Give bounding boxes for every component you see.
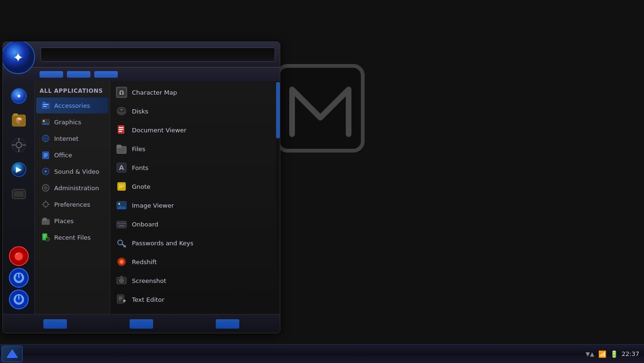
svg-rect-75	[117, 221, 126, 228]
onboard-icon	[116, 218, 127, 230]
top-tab-2[interactable]	[67, 71, 90, 78]
app-text-editor[interactable]: Text Editor	[110, 290, 280, 309]
sidebar-power-button-2[interactable]	[9, 290, 29, 309]
app-redshift[interactable]: Redshift	[110, 252, 280, 271]
category-accessories[interactable]: Accessories	[36, 97, 108, 113]
svg-point-27	[43, 120, 45, 122]
menu-sidebar: ✦ 📦	[3, 81, 35, 314]
svg-text:✦: ✦	[13, 50, 24, 65]
menu-logo-button[interactable]: ✦	[2, 41, 36, 75]
document-viewer-label: Document Viewer	[132, 127, 187, 134]
sidebar-icon-5[interactable]	[8, 183, 30, 205]
menu-header: ✦	[3, 42, 280, 68]
sidebar-icon-4[interactable]: ▶	[8, 158, 30, 181]
all-applications-label: All Applications	[35, 85, 110, 97]
passwords-and-keys-label: Passwords and Keys	[132, 240, 194, 247]
administration-icon	[41, 183, 50, 193]
svg-text:✦: ✦	[16, 92, 22, 100]
screenshot-icon	[116, 275, 127, 286]
app-gnote[interactable]: Gnote	[110, 177, 280, 196]
footer-tab-3[interactable]	[216, 319, 239, 329]
passwords-and-keys-icon	[116, 237, 127, 249]
sidebar-bottom: 🔴	[9, 246, 29, 314]
svg-text:📦: 📦	[15, 117, 23, 125]
internet-icon	[41, 134, 50, 143]
sidebar-power-button-1[interactable]	[9, 268, 29, 288]
fonts-label: Fonts	[132, 164, 148, 171]
svg-rect-24	[43, 104, 49, 105]
svg-text:Ω: Ω	[119, 89, 124, 96]
app-image-viewer[interactable]: Image Viewer	[110, 196, 280, 215]
svg-marker-97	[7, 349, 17, 357]
svg-rect-50	[43, 234, 46, 235]
taskbar-clock: 22:37	[622, 350, 639, 357]
text-editor-icon	[116, 294, 127, 305]
battery-icon: 🔋	[610, 350, 618, 358]
category-places[interactable]: Places	[36, 213, 108, 229]
category-sound-video[interactable]: Sound & Video	[36, 163, 108, 179]
category-preferences[interactable]: Preferences	[36, 196, 108, 212]
app-disks[interactable]: Disks	[110, 102, 280, 121]
recent-files-label: Recent Files	[54, 234, 91, 241]
text-editor-label: Text Editor	[132, 296, 164, 303]
svg-rect-78	[123, 223, 125, 224]
app-fonts[interactable]: A Fonts	[110, 158, 280, 177]
sidebar-lock-button[interactable]: 🔴	[9, 246, 29, 266]
footer-tab-2[interactable]	[130, 319, 153, 329]
app-onboard[interactable]: Onboard	[110, 215, 280, 234]
top-tab-3[interactable]	[94, 71, 118, 78]
app-document-viewer[interactable]: Document Viewer	[110, 121, 280, 139]
sidebar-icon-1[interactable]: ✦	[8, 85, 30, 107]
sidebar-icon-2[interactable]: 📦	[8, 109, 30, 132]
apps-list: Ω Character Map	[110, 81, 280, 311]
svg-point-86	[121, 261, 122, 263]
taskbar-right: ▼▲ 📶 🔋 22:37	[586, 350, 639, 358]
sound-video-label: Sound & Video	[54, 168, 99, 175]
svg-rect-6	[13, 113, 18, 116]
svg-rect-61	[119, 127, 123, 128]
scrollbar-track	[276, 81, 280, 314]
svg-rect-65	[117, 145, 121, 147]
redshift-icon	[116, 256, 127, 267]
svg-rect-79	[119, 225, 124, 226]
svg-rect-23	[43, 102, 45, 104]
accessories-icon	[41, 101, 50, 110]
svg-point-39	[45, 171, 46, 172]
sidebar-icon-3[interactable]	[8, 134, 30, 156]
svg-point-42	[43, 202, 48, 207]
gnote-label: Gnote	[132, 183, 150, 190]
app-character-map[interactable]: Ω Character Map	[110, 83, 280, 102]
footer-tab-1[interactable]	[43, 319, 67, 329]
fonts-icon: A	[116, 162, 127, 173]
character-map-label: Character Map	[132, 89, 177, 96]
category-office[interactable]: Office	[36, 147, 108, 163]
search-bar	[41, 48, 275, 62]
category-recent-files[interactable]: Recent Files	[36, 229, 108, 245]
svg-rect-62	[119, 129, 123, 130]
graphics-label: Graphics	[54, 119, 81, 126]
onboard-label: Onboard	[132, 221, 158, 228]
svg-rect-17	[14, 191, 24, 197]
app-files[interactable]: Files	[110, 139, 280, 158]
svg-rect-91	[117, 295, 124, 303]
svg-rect-77	[121, 223, 122, 224]
office-icon	[41, 150, 50, 160]
top-tab-1[interactable]	[40, 71, 63, 78]
recent-files-icon	[41, 233, 50, 242]
taskbar: ▼▲ 📶 🔋 22:37	[0, 344, 644, 363]
search-input[interactable]	[41, 48, 275, 62]
scrollbar-thumb[interactable]	[276, 82, 280, 138]
desktop: ✦	[0, 0, 644, 363]
svg-text:A: A	[119, 164, 124, 171]
menu-footer	[3, 314, 280, 333]
disks-label: Disks	[132, 108, 148, 115]
files-icon	[116, 143, 127, 154]
category-internet[interactable]: Internet	[36, 130, 108, 146]
taskbar-menu-button[interactable]	[1, 346, 23, 362]
accessories-label: Accessories	[54, 102, 90, 109]
app-passwords-and-keys[interactable]: Passwords and Keys	[110, 234, 280, 252]
category-graphics[interactable]: Graphics	[36, 114, 108, 130]
category-administration[interactable]: Administration	[36, 180, 108, 196]
app-screenshot[interactable]: Screenshot	[110, 271, 280, 290]
menu-content: ✦ 📦	[3, 81, 280, 314]
